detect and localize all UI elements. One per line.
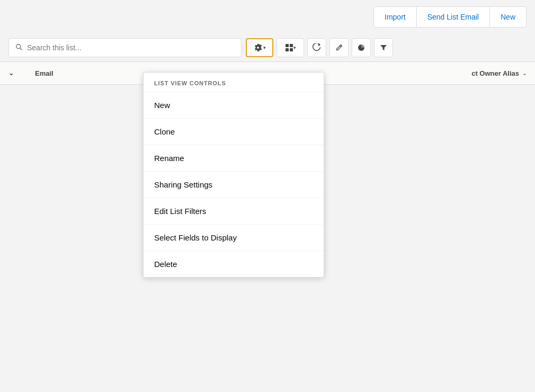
gear-chevron-icon: ▾ [263, 45, 266, 50]
layout-chevron-icon: ▾ [293, 45, 296, 50]
th-checkbox-col: ⌄ [8, 69, 35, 77]
gear-settings-button[interactable]: ▾ [246, 38, 273, 57]
dropdown-item-sharing-settings[interactable]: Sharing Settings [144, 172, 324, 198]
top-bar: Import Send List Email New [0, 0, 535, 34]
import-button[interactable]: Import [373, 6, 417, 28]
send-list-email-button[interactable]: Send List Email [417, 6, 490, 28]
th-owner-alias-chevron-icon: ⌄ [522, 70, 527, 76]
dropdown-item-new[interactable]: New [144, 92, 324, 119]
toolbar-right: ▾ ▾ [246, 38, 393, 57]
dropdown-item-clone[interactable]: Clone [144, 119, 324, 145]
svg-rect-5 [290, 48, 293, 51]
new-button[interactable]: New [490, 6, 527, 28]
th-owner-alias-label: ct Owner Alias [471, 69, 519, 77]
dropdown-item-select-fields[interactable]: Select Fields to Display [144, 225, 324, 251]
th-down-chevron-icon[interactable]: ⌄ [8, 69, 14, 77]
th-email-label: Email [35, 69, 54, 77]
svg-rect-3 [290, 44, 293, 47]
svg-line-1 [20, 48, 22, 50]
th-owner-alias: ct Owner Alias ⌄ [471, 69, 527, 77]
search-icon [15, 43, 23, 52]
dropdown-item-delete[interactable]: Delete [144, 251, 324, 277]
svg-rect-4 [286, 48, 289, 51]
th-email: Email [35, 69, 54, 77]
svg-rect-2 [286, 44, 289, 47]
dropdown-item-edit-list-filters[interactable]: Edit List Filters [144, 198, 324, 225]
refresh-button[interactable] [307, 38, 326, 57]
list-view-controls-dropdown: LIST VIEW CONTROLS New Clone Rename Shar… [143, 72, 324, 278]
chart-button[interactable] [352, 38, 371, 57]
edit-button[interactable] [329, 38, 349, 57]
layout-button[interactable]: ▾ [277, 38, 304, 57]
dropdown-header: LIST VIEW CONTROLS [144, 73, 324, 92]
toolbar: ▾ ▾ [0, 34, 535, 61]
filter-button[interactable] [374, 38, 393, 57]
search-container [8, 38, 242, 57]
dropdown-item-rename[interactable]: Rename [144, 145, 324, 172]
search-input[interactable] [27, 43, 235, 52]
